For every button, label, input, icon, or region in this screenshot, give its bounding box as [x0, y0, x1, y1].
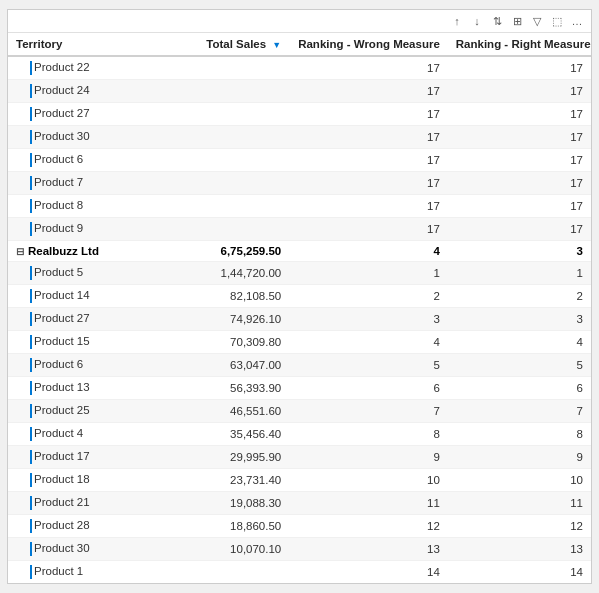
col-header-wrong[interactable]: Ranking - Wrong Measure — [289, 33, 448, 56]
more-icon[interactable]: … — [569, 13, 585, 29]
cell-territory: Product 1 — [8, 561, 167, 584]
cell-territory: Product 9 — [8, 218, 167, 241]
indent-bar — [30, 473, 32, 487]
table-row: Product 1356,393.9066 — [8, 377, 591, 400]
col-header-sales[interactable]: Total Sales ▼ — [167, 33, 290, 56]
cell-right-rank: 5 — [448, 354, 591, 377]
cell-territory: Product 21 — [8, 492, 167, 515]
table-row: Product 435,456.4088 — [8, 423, 591, 446]
cell-wrong-rank: 3 — [289, 308, 448, 331]
cell-territory: Product 25 — [8, 400, 167, 423]
cell-territory: Product 7 — [8, 172, 167, 195]
cell-right-rank: 14 — [448, 561, 591, 584]
cell-wrong-rank: 5 — [289, 354, 448, 377]
main-container: ↑ ↓ ⇅ ⊞ ▽ ⬚ … Territory Total Sales ▼ — [7, 9, 592, 584]
cell-right-rank: 17 — [448, 195, 591, 218]
table-row: Product 11414 — [8, 561, 591, 584]
table-scroll[interactable]: Territory Total Sales ▼ Ranking - Wrong … — [8, 33, 591, 583]
cell-wrong-rank: 17 — [289, 218, 448, 241]
cell-sales: 18,860.50 — [167, 515, 290, 538]
cell-right-rank: 17 — [448, 126, 591, 149]
cell-wrong-rank: 12 — [289, 515, 448, 538]
cell-wrong-rank: 8 — [289, 423, 448, 446]
table-row: Product 1729,995.9099 — [8, 446, 591, 469]
sort-desc-icon[interactable]: ↓ — [469, 13, 485, 29]
cell-right-rank: 3 — [448, 308, 591, 331]
cell-right-rank: 2 — [448, 285, 591, 308]
table-row: Product 81717 — [8, 195, 591, 218]
indent-bar — [30, 222, 32, 236]
cell-territory: Product 4 — [8, 423, 167, 446]
indent-bar — [30, 176, 32, 190]
cell-sales: 6,75,259.50 — [167, 241, 290, 262]
indent-bar — [30, 404, 32, 418]
indent-bar — [30, 358, 32, 372]
cell-right-rank: 17 — [448, 80, 591, 103]
cell-wrong-rank: 17 — [289, 172, 448, 195]
table-row: Product 1823,731.401010 — [8, 469, 591, 492]
cell-sales: 10,070.10 — [167, 538, 290, 561]
cell-territory: Product 18 — [8, 469, 167, 492]
cell-right-rank: 7 — [448, 400, 591, 423]
cell-territory: Product 30 — [8, 538, 167, 561]
cell-sales: 1,44,720.00 — [167, 262, 290, 285]
cell-sales — [167, 218, 290, 241]
indent-bar — [30, 199, 32, 213]
table-row: Product 91717 — [8, 218, 591, 241]
cell-sales — [167, 149, 290, 172]
cell-sales — [167, 195, 290, 218]
toolbar: ↑ ↓ ⇅ ⊞ ▽ ⬚ … — [8, 10, 591, 33]
cell-territory: ⊟Realbuzz Ltd — [8, 241, 167, 262]
indent-bar — [30, 496, 32, 510]
cell-wrong-rank: 17 — [289, 103, 448, 126]
cell-wrong-rank: 17 — [289, 195, 448, 218]
cell-right-rank: 17 — [448, 56, 591, 80]
cell-right-rank: 9 — [448, 446, 591, 469]
table-row: Product 221717 — [8, 56, 591, 80]
table-row: ⊟Realbuzz Ltd6,75,259.5043 — [8, 241, 591, 262]
indent-bar — [30, 381, 32, 395]
cell-wrong-rank: 6 — [289, 377, 448, 400]
expand-icon[interactable]: ⊟ — [16, 246, 24, 257]
indent-bar — [30, 335, 32, 349]
indent-bar — [30, 519, 32, 533]
layout-icon[interactable]: ⬚ — [549, 13, 565, 29]
cell-territory: Product 8 — [8, 195, 167, 218]
cell-right-rank: 8 — [448, 423, 591, 446]
cell-wrong-rank: 14 — [289, 561, 448, 584]
indent-bar — [30, 427, 32, 441]
col-header-right[interactable]: Ranking - Right Measure — [448, 33, 591, 56]
cell-sales: 70,309.80 — [167, 331, 290, 354]
table-row: Product 71717 — [8, 172, 591, 195]
sort-indicator: ▼ — [272, 40, 281, 50]
expand-icon[interactable]: ⊞ — [509, 13, 525, 29]
cell-territory: Product 27 — [8, 103, 167, 126]
cell-territory: Product 14 — [8, 285, 167, 308]
cell-right-rank: 11 — [448, 492, 591, 515]
table-row: Product 1482,108.5022 — [8, 285, 591, 308]
table-row: Product 2774,926.1033 — [8, 308, 591, 331]
cell-sales: 23,731.40 — [167, 469, 290, 492]
cell-territory: Product 6 — [8, 354, 167, 377]
cell-sales: 35,456.40 — [167, 423, 290, 446]
cell-right-rank: 12 — [448, 515, 591, 538]
cell-wrong-rank: 4 — [289, 331, 448, 354]
sort-both-icon[interactable]: ⇅ — [489, 13, 505, 29]
cell-right-rank: 13 — [448, 538, 591, 561]
cell-right-rank: 10 — [448, 469, 591, 492]
indent-bar — [30, 450, 32, 464]
table-row: Product 2818,860.501212 — [8, 515, 591, 538]
cell-right-rank: 1 — [448, 262, 591, 285]
table-row: Product 301717 — [8, 126, 591, 149]
sort-asc-icon[interactable]: ↑ — [449, 13, 465, 29]
cell-sales: 46,551.60 — [167, 400, 290, 423]
cell-territory: Product 22 — [8, 56, 167, 80]
col-header-territory[interactable]: Territory — [8, 33, 167, 56]
cell-right-rank: 17 — [448, 103, 591, 126]
table-row: Product 1570,309.8044 — [8, 331, 591, 354]
cell-wrong-rank: 13 — [289, 538, 448, 561]
cell-wrong-rank: 11 — [289, 492, 448, 515]
indent-bar — [30, 266, 32, 280]
filter-icon[interactable]: ▽ — [529, 13, 545, 29]
cell-sales — [167, 56, 290, 80]
